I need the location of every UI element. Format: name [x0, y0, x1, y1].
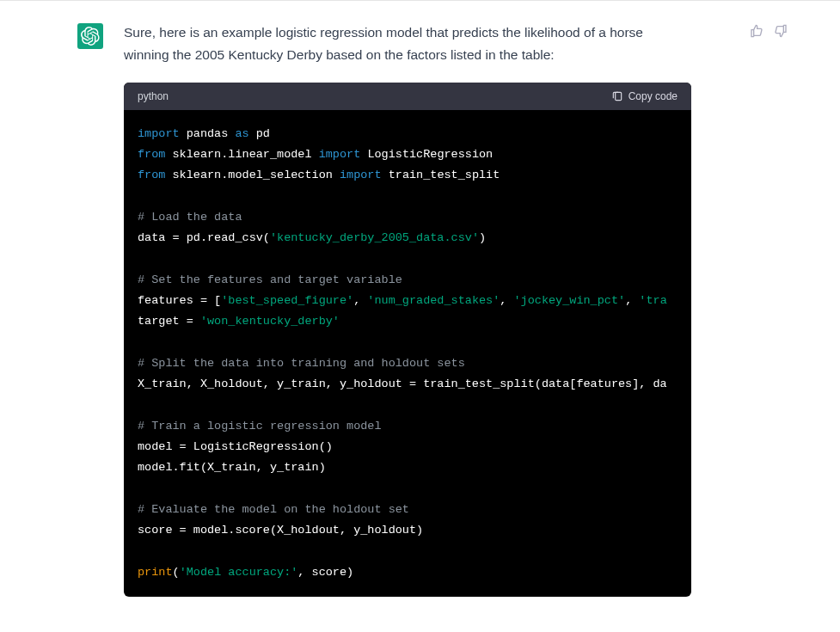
assistant-message: Sure, here is an example logistic regres… — [0, 1, 840, 617]
code-block: python Copy code import pandas as pd fro… — [124, 83, 691, 598]
copy-code-label: Copy code — [628, 90, 678, 102]
message-content: Sure, here is an example logistic regres… — [124, 21, 728, 597]
svg-rect-0 — [615, 92, 621, 100]
intro-text: Sure, here is an example logistic regres… — [124, 21, 674, 67]
clipboard-icon — [611, 90, 623, 102]
thumbs-up-button[interactable] — [749, 23, 764, 39]
thumbs-down-icon — [774, 24, 788, 38]
code-language-label: python — [138, 90, 169, 102]
feedback-controls — [749, 23, 788, 39]
code-header: python Copy code — [124, 83, 691, 110]
thumbs-up-icon — [750, 24, 763, 38]
code-content[interactable]: import pandas as pd from sklearn.linear_… — [124, 110, 691, 598]
thumbs-down-button[interactable] — [773, 23, 788, 39]
copy-code-button[interactable]: Copy code — [611, 90, 678, 102]
openai-logo-icon — [81, 27, 100, 46]
assistant-avatar — [77, 23, 103, 49]
